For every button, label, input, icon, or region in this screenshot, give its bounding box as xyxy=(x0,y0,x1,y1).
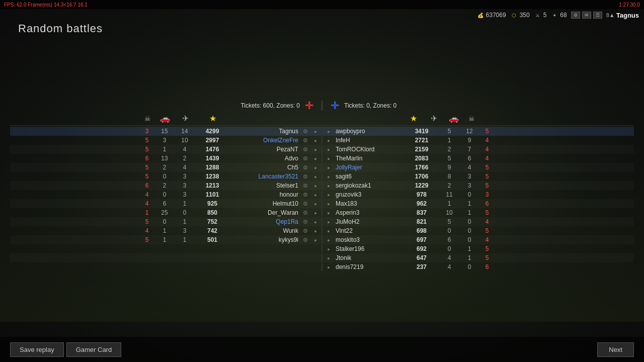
right-name-cell: awpboypro xyxy=(334,128,404,135)
left-skull-cell: 5 xyxy=(139,137,154,144)
table-row: 3 15 14 4299 Tagnus ⚙ ● ● awpboypro 3419… xyxy=(10,127,634,136)
right-player-row: ● Max183 962 1 1 6 xyxy=(324,200,634,207)
right-status-icon: ● xyxy=(324,218,334,225)
left-name-cell: Advo xyxy=(230,155,300,162)
table-row: ● Jtonik 647 4 1 5 xyxy=(10,253,634,262)
right-plane-cell: 5 xyxy=(439,155,459,162)
left-skull-cell: 6 xyxy=(139,182,154,189)
bottom-bar: Save replay Gamer Card Next xyxy=(0,337,644,362)
battles-icon: ✦ xyxy=(550,11,558,19)
left-settings-icon[interactable]: ⚙ xyxy=(300,173,310,180)
left-score-cell: 1213 xyxy=(195,182,230,189)
left-settings-icon[interactable]: ⚙ xyxy=(300,218,310,225)
left-plane-cell: 3 xyxy=(175,173,195,180)
right-name-cell: JollyRajer xyxy=(334,164,404,171)
left-settings-icon[interactable]: ⚙ xyxy=(300,182,310,189)
left-player-row: 6 13 2 1439 Advo ⚙ ● xyxy=(10,155,320,162)
right-col-headers: ★ ✈ 🚗 ☠ xyxy=(323,114,634,123)
left-settings-icon[interactable]: ⚙ xyxy=(300,155,310,162)
right-tickets-info: Tickets: 0, Zones: 0 xyxy=(344,102,396,109)
left-player-row: 3 15 14 4299 Tagnus ⚙ ● xyxy=(10,128,320,135)
right-player-row: ● moskito3 697 6 0 4 xyxy=(324,236,634,243)
time-display: 1:27:30.0 xyxy=(619,2,640,8)
row-divider xyxy=(321,136,323,144)
left-tank-cell: 2 xyxy=(154,182,175,189)
hud-icon-2[interactable]: ✉ xyxy=(582,12,591,19)
right-player-row: ● TomROCKlord 2159 2 7 4 xyxy=(324,146,634,153)
left-settings-icon[interactable]: ⚙ xyxy=(300,128,310,135)
left-name-cell: Der_Waran xyxy=(230,209,300,216)
left-player-row: 4 1 3 742 Wunk ⚙ ● xyxy=(10,227,320,234)
next-button[interactable]: Next xyxy=(597,342,634,357)
left-status-icon: ● xyxy=(310,209,320,216)
right-tank-cell: 1 xyxy=(459,209,479,216)
hud-gold: ⬡ 350 xyxy=(510,11,530,19)
right-tank-cell: 1 xyxy=(459,254,479,261)
right-skull-cell: 5 xyxy=(479,245,495,252)
save-replay-button[interactable]: Save replay xyxy=(10,342,64,357)
left-name-cell: Stelser1 xyxy=(230,182,300,189)
left-tank-cell: 1 xyxy=(154,236,175,243)
left-name-cell: Qep1Ra xyxy=(230,218,300,225)
right-plane-cell: 4 xyxy=(439,263,459,270)
left-tank-cell: 2 xyxy=(154,164,175,171)
left-plane-cell: 4 xyxy=(175,164,195,171)
premium-icon: ⚔ xyxy=(534,11,542,19)
right-name-cell: denis7219 xyxy=(334,263,404,270)
left-settings-icon[interactable]: ⚙ xyxy=(300,191,310,198)
hud-icon-1[interactable]: ⚙ xyxy=(571,12,580,19)
right-skull-cell: 4 xyxy=(479,146,495,153)
team-center-divider xyxy=(321,101,323,111)
right-score-cell: 647 xyxy=(404,254,439,261)
left-tank-cell: 0 xyxy=(154,173,175,180)
left-settings-icon[interactable]: ⚙ xyxy=(300,227,310,234)
right-player-row: ● JiuMoH2 821 5 0 4 xyxy=(324,218,634,225)
right-plane-cell: 0 xyxy=(439,227,459,234)
hud-icon-3[interactable]: ☰ xyxy=(593,12,602,19)
right-plane-cell: 4 xyxy=(439,254,459,261)
row-divider xyxy=(321,191,323,199)
left-name-cell: OnkelZneFre xyxy=(230,137,300,144)
left-status-icon: ● xyxy=(310,236,320,243)
left-plane-cell: 1 xyxy=(175,236,195,243)
right-name-cell: Vint22 xyxy=(334,227,404,234)
gold-icon: ⬡ xyxy=(510,11,518,19)
right-skull-cell: 5 xyxy=(479,182,495,189)
left-name-cell: Wunk xyxy=(230,227,300,234)
left-tank-cell: 1 xyxy=(154,227,175,234)
right-score-cell: 1706 xyxy=(404,173,439,180)
battles-value: 68 xyxy=(560,12,567,19)
left-settings-icon[interactable]: ⚙ xyxy=(300,209,310,216)
right-score-cell: 978 xyxy=(404,191,439,198)
left-col-headers: ☠ 🚗 ✈ ★ xyxy=(10,114,321,123)
left-plane-cell: 1 xyxy=(175,218,195,225)
gamer-card-button[interactable]: Gamer Card xyxy=(66,342,122,357)
left-player-row: 1 25 0 850 Der_Waran ⚙ ● xyxy=(10,209,320,216)
left-skull-cell: 1 xyxy=(139,209,154,216)
left-name-cell: honour xyxy=(230,191,300,198)
right-team-cross-icon: ✛ xyxy=(331,101,339,111)
left-settings-icon[interactable]: ⚙ xyxy=(300,164,310,171)
left-settings-icon[interactable]: ⚙ xyxy=(300,146,310,153)
row-divider xyxy=(321,154,323,162)
left-status-icon: ● xyxy=(310,128,320,135)
right-score-cell: 698 xyxy=(404,227,439,234)
right-name-cell: moskito3 xyxy=(334,236,404,243)
right-skull-cell: 5 xyxy=(479,209,495,216)
left-player-row: 5 2 4 1288 Ch5 ⚙ ● xyxy=(10,164,320,171)
left-settings-icon[interactable]: ⚙ xyxy=(300,137,310,144)
left-settings-icon[interactable]: ⚙ xyxy=(300,236,310,243)
right-plane-cell: 1 xyxy=(439,137,459,144)
left-skull-cell: 5 xyxy=(139,164,154,171)
hud-credits: 💰 637069 xyxy=(476,11,506,19)
left-player-row: 4 6 1 925 Helmut10 ⚙ ● xyxy=(10,200,320,207)
right-tank-cell: 0 xyxy=(459,263,479,270)
hud-user: 8▲ Tagnus xyxy=(606,12,639,19)
left-settings-icon[interactable]: ⚙ xyxy=(300,200,310,207)
right-player-row: ● sagit6 1706 8 3 5 xyxy=(324,173,634,180)
row-divider xyxy=(321,236,323,244)
left-skull-cell: 5 xyxy=(139,236,154,243)
right-score-cell: 1229 xyxy=(404,182,439,189)
row-divider xyxy=(321,227,323,235)
right-player-row: ● InfeH 2721 1 9 4 xyxy=(324,137,634,144)
